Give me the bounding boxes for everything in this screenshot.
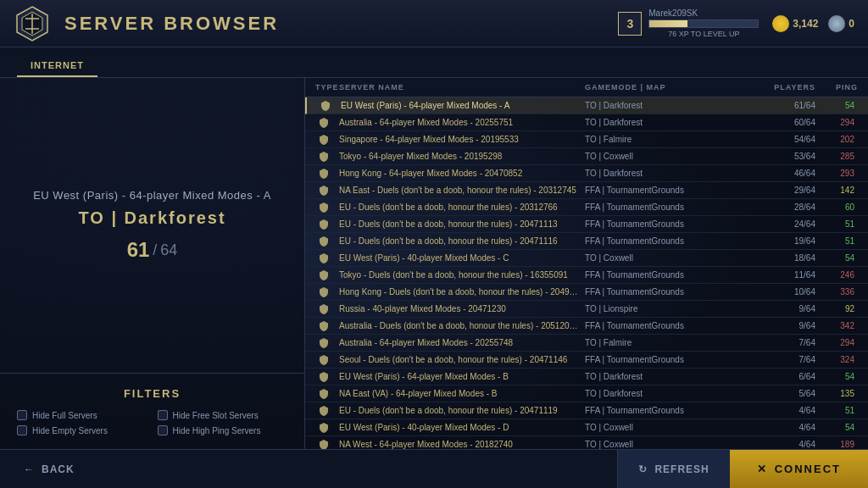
server-type-icon [314,100,337,112]
gold-value: 3,142 [793,18,818,30]
filter-hide-free-checkbox[interactable] [158,410,168,420]
server-ping: 54 [819,253,861,263]
server-players: 9/64 [751,304,819,313]
server-ping: 60 [819,202,861,212]
server-players: 7/64 [751,355,819,364]
tab-internet[interactable]: INTERNET [17,55,97,77]
server-players: 46/64 [751,169,819,178]
server-row[interactable]: Russia - 40-player Mixed Modes - 2047123… [305,301,868,318]
server-row[interactable]: Tokyo - 64-player Mixed Modes - 20195298… [305,148,868,165]
server-type-icon [312,117,336,129]
server-type-icon [312,439,336,450]
server-name: Australia - Duels (don't be a doob, hono… [336,321,581,330]
server-row[interactable]: NA West - 64-player Mixed Modes - 201827… [305,436,868,449]
server-players: 18/64 [751,253,819,263]
server-ping: 202 [819,135,861,144]
server-ping: 285 [819,152,861,161]
server-players: 11/64 [751,270,819,280]
footer-right: ↻ REFRESH ✕ CONNECT [617,450,868,489]
server-ping: 342 [819,321,861,330]
server-row[interactable]: NA East (VA) - 64-player Mixed Modes - B… [305,385,868,402]
server-row[interactable]: EU - Duels (don't be a doob, honour the … [305,199,868,216]
server-players: 53/64 [751,152,819,161]
gold-currency: 3,142 [772,15,818,32]
back-button[interactable]: ← BACK [0,450,98,489]
silver-currency: 0 [828,15,854,32]
server-row[interactable]: Singapore - 64-player Mixed Modes - 2019… [305,131,868,148]
level-badge: 3 [618,12,642,36]
server-players: 6/64 [751,372,819,381]
game-logo [14,5,51,42]
server-type-icon [312,134,336,146]
filter-hide-free[interactable]: Hide Free Slot Servers [158,410,288,420]
server-gamemode: TO | Darkforest [581,118,751,127]
server-players: 54/64 [751,135,819,144]
server-row[interactable]: EU - Duels (don't be a doob, honour the … [305,233,868,250]
filter-hide-highping[interactable]: Hide High Ping Servers [158,425,288,435]
server-gamemode: TO | Coxwell [581,423,751,432]
server-name: EU West (Paris) - 40-player Mixed Modes … [336,423,581,432]
gold-icon [772,15,789,32]
silver-icon [828,15,845,32]
filter-hide-full[interactable]: Hide Full Servers [17,410,147,420]
refresh-button[interactable]: ↻ REFRESH [617,450,729,489]
server-ping: 51 [819,406,861,415]
currency-section: 3,142 0 [772,15,854,32]
server-list[interactable]: EU West (Paris) - 64-player Mixed Modes … [305,97,868,449]
server-type-icon [312,303,336,315]
server-gamemode: FFA | TournamentGrounds [581,321,751,330]
server-name: Singapore - 64-player Mixed Modes - 2019… [336,135,581,144]
col-ping: PING [819,81,861,93]
server-row[interactable]: Australia - 64-player Mixed Modes - 2025… [305,335,868,352]
server-gamemode: TO | Coxwell [581,152,751,161]
server-ping: 189 [819,440,861,449]
server-list-header: TYPE SERVER NAME GAMEMODE | MAP PLAYERS … [305,78,868,97]
server-row[interactable]: NA East - Duels (don't be a doob, honour… [305,182,868,199]
server-type-icon [312,354,336,366]
filter-hide-empty[interactable]: Hide Empty Servers [17,425,147,435]
selected-server-map: TO | Darkforest [78,208,225,228]
left-panel: EU West (Paris) - 64-player Mixed Modes … [0,78,305,449]
players-current: 61 [127,238,150,262]
refresh-label: REFRESH [654,463,709,475]
server-row[interactable]: EU West (Paris) - 40-player Mixed Modes … [305,419,868,436]
server-gamemode: FFA | TournamentGrounds [581,406,751,415]
server-players: 29/64 [751,186,819,195]
server-row[interactable]: EU - Duels (don't be a doob, honour the … [305,402,868,419]
filter-hide-highping-label: Hide High Ping Servers [173,426,261,435]
server-ping: 294 [819,118,861,127]
server-row[interactable]: Tokyo - Duels (don't be a doob, honour t… [305,267,868,284]
server-players: 24/64 [751,219,819,229]
server-ping: 54 [819,423,861,432]
filter-hide-highping-checkbox[interactable] [158,425,168,435]
server-row[interactable]: Australia - Duels (don't be a doob, hono… [305,318,868,335]
server-row[interactable]: EU West (Paris) - 64-player Mixed Modes … [305,369,868,385]
col-name: SERVER NAME [336,81,581,93]
server-name: Russia - 40-player Mixed Modes - 2047123… [336,304,581,313]
server-row[interactable]: Hong Kong - 64-player Mixed Modes - 2047… [305,165,868,182]
connect-button[interactable]: ✕ CONNECT [730,450,868,489]
server-gamemode: TO | Lionspire [581,304,751,313]
filter-hide-full-checkbox[interactable] [17,410,27,420]
server-gamemode: FFA | TournamentGrounds [581,355,751,364]
server-players: 4/64 [751,440,819,449]
server-row[interactable]: Hong Kong - Duels (don't be a doob, hono… [305,284,868,301]
server-row[interactable]: EU West (Paris) - 64-player Mixed Modes … [305,97,868,114]
silver-value: 0 [849,18,854,30]
server-type-icon [312,168,336,180]
main-content: EU West (Paris) - 64-player Mixed Modes … [0,78,868,449]
server-gamemode: TO | Coxwell [581,253,751,263]
server-type-icon [312,252,336,264]
filter-hide-empty-checkbox[interactable] [17,425,27,435]
footer: ← BACK ↻ REFRESH ✕ CONNECT [0,449,868,488]
server-players: 10/64 [751,287,819,297]
server-name: Hong Kong - 64-player Mixed Modes - 2047… [336,169,581,178]
filter-hide-full-label: Hide Full Servers [32,411,97,420]
server-row[interactable]: EU - Duels (don't be a doob, honour the … [305,216,868,233]
server-row[interactable]: Australia - 64-player Mixed Modes - 2025… [305,114,868,131]
players-sep: / [153,241,157,259]
server-row[interactable]: Seoul - Duels (don't be a doob, honour t… [305,352,868,369]
server-row[interactable]: EU West (Paris) - 40-player Mixed Modes … [305,250,868,267]
xp-section: Marek209SK 76 XP TO LEVEL UP [648,8,759,38]
server-gamemode: TO | Darkforest [581,101,751,110]
